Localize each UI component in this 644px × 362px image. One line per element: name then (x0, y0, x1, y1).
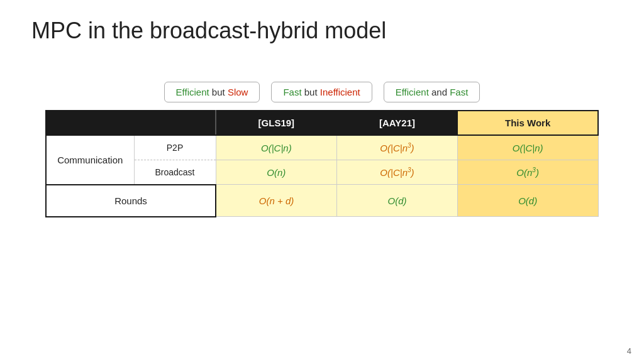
header-aay21: [AAY21] (337, 111, 458, 135)
rounds-thiswork-value: O(d) (518, 195, 537, 206)
comparison-table: [GLS19] [AAY21] This Work Communication … (45, 110, 599, 217)
rounds-label: Rounds (46, 185, 216, 217)
p2p-aay21-value: O(|C|n3) (380, 143, 414, 153)
header-empty (46, 111, 216, 135)
rounds-gls19-cell: O(n + d) (216, 185, 337, 217)
badge2-suffix: Inefficient (320, 87, 360, 97)
bc-aay21-value: O(|C|n3) (380, 167, 414, 178)
slide-title: MPC in the broadcast-hybrid model (0, 0, 644, 44)
p2p-gls19-value: O(|C|n) (261, 143, 292, 153)
badge3-prefix: Efficient (396, 87, 429, 97)
rounds-aay21-cell: O(d) (337, 185, 458, 217)
p2p-aay21-cell: O(|C|n3) (337, 135, 458, 160)
comm-label: Communication (46, 135, 134, 185)
bc-gls19-cell: O(n) (216, 160, 337, 185)
header-thiswork: This Work (457, 111, 598, 135)
rounds-aay21-value: O(d) (387, 195, 406, 206)
page-number: 4 (627, 346, 631, 356)
p2p-label: P2P (134, 135, 216, 160)
table-container: [GLS19] [AAY21] This Work Communication … (0, 110, 644, 217)
rounds-thiswork-cell: O(d) (457, 185, 598, 217)
p2p-thiswork-cell: O(|C|n) (457, 135, 598, 160)
badge3-suffix: Fast (450, 87, 468, 97)
badge-efficient-fast: Efficient and Fast (384, 82, 480, 102)
badge1-suffix: Slow (228, 87, 248, 97)
bc-thiswork-cell: O(n3) (457, 160, 598, 185)
rounds-row: Rounds O(n + d) O(d) O(d) (46, 185, 598, 217)
p2p-thiswork-value: O(|C|n) (513, 143, 543, 153)
badge3-middle: and (429, 87, 450, 97)
header-gls19: [GLS19] (216, 111, 337, 135)
p2p-gls19-cell: O(|C|n) (216, 135, 337, 160)
badge2-middle: but (302, 87, 320, 97)
bc-gls19-value: O(n) (267, 167, 286, 178)
badge-fast-inefficient: Fast but Inefficient (271, 82, 372, 102)
badge-efficient-slow: Efficient but Slow (164, 82, 260, 102)
badge1-prefix: Efficient (176, 87, 209, 97)
bc-thiswork-value: O(n3) (516, 167, 539, 178)
broadcast-label: Broadcast (134, 160, 216, 185)
rounds-gls19-value: O(n + d) (259, 195, 294, 206)
bc-aay21-cell: O(|C|n3) (337, 160, 458, 185)
p2p-row: Communication P2P O(|C|n) O(|C|n3) O(|C|… (46, 135, 598, 160)
badge1-middle: but (209, 87, 228, 97)
badge2-prefix: Fast (283, 87, 301, 97)
badge-row: Efficient but Slow Fast but Inefficient … (0, 82, 644, 102)
